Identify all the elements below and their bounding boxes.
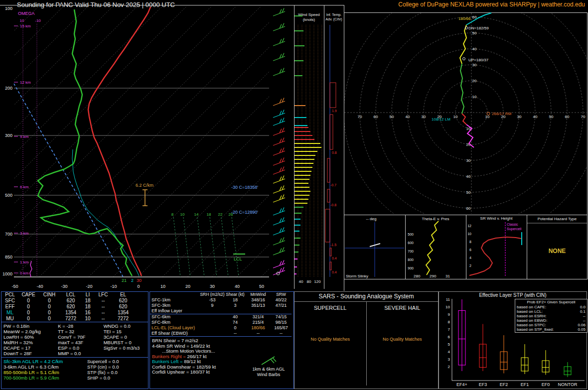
temp-axis-label: -40 xyxy=(36,284,43,289)
ring-label: 60 xyxy=(374,115,378,119)
cell: -- xyxy=(225,331,246,337)
thetae-p-label: 900 xyxy=(408,266,414,270)
index-value: SigSvr = 0 m3/s3 xyxy=(104,345,148,351)
hodograph-chart: 70 60 50 40 30 20 10 10 20 30 40 50 60 7… xyxy=(344,0,588,240)
omega-profile xyxy=(30,261,32,277)
stp-y-label: 11 xyxy=(446,298,450,302)
composite-indices: Supercell = 0.0 STP (cin) = 0.0 STP (fix… xyxy=(87,359,147,381)
legend-label: based on STPC: xyxy=(517,323,546,327)
thetae-p-label: 500 xyxy=(408,233,414,236)
omega-label: OMEGA xyxy=(18,11,35,16)
dewpoint-line xyxy=(38,9,132,276)
cell: 0 xyxy=(38,316,60,322)
temp-adv-value: 1.9 xyxy=(332,109,337,113)
temp-adv-title: Inf. Temp. xyxy=(326,13,342,17)
parcel-row-name[interactable]: ML xyxy=(1,310,18,316)
cell: 620 xyxy=(112,298,134,304)
srwind-km-label: 6 xyxy=(469,248,471,252)
cell: -- xyxy=(271,331,292,337)
cell: -- xyxy=(94,316,112,322)
index-value: TT = 32 xyxy=(58,329,103,334)
stp-category: EF1 xyxy=(521,382,529,387)
height-label: 1 km xyxy=(20,260,29,264)
kinematics-panel: SRH (m2/s2) Shear (kt) MnWind SRW SFC-1k… xyxy=(149,291,294,389)
ring-label: 40 xyxy=(533,115,538,119)
cell: 180/66 xyxy=(246,325,271,331)
mixing-ratio-label: 18 xyxy=(207,212,211,217)
temp-adv-panel: Inf. Temp. Adv. (C/hr) 1.9 0.8 -0.7 -0.8… xyxy=(325,13,342,277)
sars-title: SARS - Sounding Analogue System xyxy=(294,292,438,302)
corfidi-upshear-value: 180/37 kt xyxy=(190,369,210,375)
corfidi-downshear-value: 182/59 kt xyxy=(196,364,216,370)
temp-axis-label: -30 xyxy=(61,284,67,289)
thetae-x-label: 31 xyxy=(445,274,450,278)
ring-label: 30 xyxy=(422,115,426,119)
col-header: CINH xyxy=(38,292,60,298)
bunkers-left-label[interactable]: Bunkers Left = xyxy=(152,359,184,364)
index-value: ESP = 0.0 xyxy=(58,345,103,351)
barb-caption-line1: 1km & 6km AGL xyxy=(246,367,292,372)
cell: 0 xyxy=(225,325,246,331)
parcel-row-name[interactable]: SFC xyxy=(1,298,18,304)
stp-box-ef3 xyxy=(479,324,486,372)
index-value: maxT = 43F xyxy=(58,340,103,345)
cell xyxy=(271,308,292,314)
stp-y-label: 3 xyxy=(448,357,450,362)
sr-wind-value: 149/22 kt xyxy=(190,343,210,349)
pressure-label: 100 xyxy=(5,6,12,11)
temperature-line xyxy=(88,7,150,276)
surface-values: 21 2 30 xyxy=(122,278,142,283)
temp-axis-label: -20 xyxy=(86,284,92,289)
cell xyxy=(200,320,225,325)
right-mover-label: 266/17 RM xyxy=(492,112,511,116)
temp-axis-label: 40 xyxy=(235,284,240,289)
sr-wind-label: 4-6km SR Wind = xyxy=(152,343,190,349)
cell: 18 xyxy=(81,298,94,304)
cell xyxy=(200,308,225,314)
temp-adv-value: -1.5 xyxy=(330,243,336,247)
legend-value: 0.0 xyxy=(580,305,586,309)
layer-row-name: SFC-8km xyxy=(150,320,200,325)
stp-y-labels: 11 10 9 8 7 6 5 4 3 2 xyxy=(445,298,450,369)
parcel-table: PCL CAPE CINH LCL LI LFC EL SFC 0 0 620 … xyxy=(1,292,148,322)
thetae-pressure-labels: 500 600 700 800 900 xyxy=(408,233,414,270)
thermo-panel: PCL CAPE CINH LCL LI LFC EL SFC 0 0 620 … xyxy=(1,291,148,389)
lcl-label: LCL xyxy=(234,257,242,261)
cell: 348/16 xyxy=(246,297,271,303)
parcel-row-name[interactable]: EFF xyxy=(1,304,18,310)
parcel-row-name[interactable]: MU xyxy=(1,316,18,322)
ring-label: 20 xyxy=(472,79,477,83)
ring-label: 30 xyxy=(517,115,522,119)
wind-axis-label: 120 xyxy=(314,279,321,284)
cell: 7272 xyxy=(112,316,134,322)
ring-label: 60 xyxy=(565,115,570,119)
surface-dewpoint: 21 xyxy=(122,278,127,283)
srwind-km-label: 4 xyxy=(469,256,471,260)
legend-label: based on CAPE: xyxy=(517,305,546,309)
upper-charts: 100 200 300 500 700 850 1000 15 km 12 km… xyxy=(0,0,588,291)
hodograph-markers xyxy=(463,27,490,116)
pressure-label: 300 xyxy=(5,133,12,138)
height-label: 9 km xyxy=(20,134,29,139)
indices-col3: WNDG = 0.0 TEI = 15 3CAPE = 0 MBURST = 0… xyxy=(104,323,148,356)
agl-wind-barb-icon xyxy=(259,353,279,367)
index-value: PW = 0.18in xyxy=(3,323,58,329)
cell: 40/22 xyxy=(271,297,292,303)
stp-category: EF3 xyxy=(479,382,487,387)
stp-y-label: 2 xyxy=(448,365,450,369)
shear-table: SRH (m2/s2) Shear (kt) MnWind SRW SFC-1k… xyxy=(150,292,294,337)
temp-axis-label: -10 xyxy=(110,284,117,289)
cell: 18 xyxy=(81,304,94,310)
bunkers-right-value: 266/17 kt xyxy=(187,354,207,359)
cell: 0 xyxy=(38,310,60,316)
lapse-rate-sfc-3km: Sfc-3km AGL LR = 4.2 C/km xyxy=(3,359,87,364)
cell: 620 xyxy=(60,298,81,304)
pressure-label: 1000 xyxy=(2,271,12,276)
thetae-x-label: 290 xyxy=(430,274,437,278)
temp-adv-units: Adv. (C/hr) xyxy=(325,17,342,21)
lapse-rate-3-6km: 3-6km AGL LR = 6.3 C/km xyxy=(3,364,87,370)
bunkers-right-label[interactable]: Bunkers Right = xyxy=(152,354,187,359)
brn-shear-value: 7 m2/s2 xyxy=(181,338,198,343)
thetae-p-label: 800 xyxy=(408,258,414,261)
cell: -53 xyxy=(200,297,225,303)
